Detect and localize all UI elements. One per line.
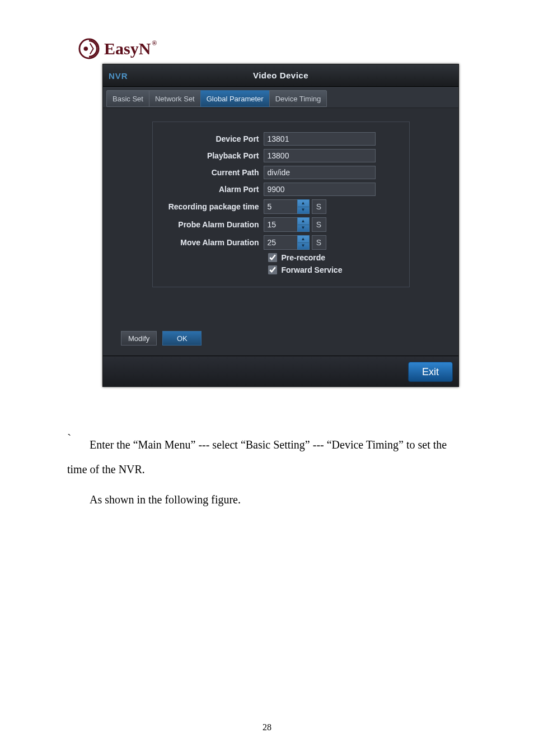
ok-button[interactable]: OK	[162, 331, 202, 346]
unit-move-alarm-duration: S	[312, 235, 326, 250]
registered-mark: ®	[152, 39, 157, 47]
page-number: 28	[0, 722, 534, 732]
tab-device-timing[interactable]: Device Timing	[269, 90, 327, 107]
input-current-path[interactable]	[264, 166, 376, 179]
tab-bar: Basic Set Network Set Global Parameter D…	[103, 87, 458, 108]
document-body: Enter the “Main Menu” --- select “Basic …	[67, 432, 467, 517]
label-alarm-port: Alarm Port	[163, 185, 264, 194]
input-device-port[interactable]	[264, 132, 376, 146]
label-pre-recorde: Pre-recorde	[282, 253, 326, 262]
logo-text: EasyN®	[104, 39, 157, 58]
label-forward-service: Forward Service	[282, 265, 343, 274]
input-move-alarm-duration[interactable]	[264, 235, 297, 250]
tab-network-set[interactable]: Network Set	[149, 90, 201, 107]
label-recording-package-time: Recording package time	[163, 202, 264, 211]
spinner-probe-alarm-duration[interactable]: ▲ ▼	[297, 217, 310, 232]
label-playback-port: Playback Port	[163, 151, 264, 160]
checkbox-forward-service[interactable]	[268, 265, 277, 274]
tab-panel: Device Port Playback Port Current Path A…	[103, 108, 458, 356]
input-probe-alarm-duration[interactable]	[264, 217, 297, 232]
label-current-path: Current Path	[163, 168, 264, 177]
spinner-recording-package-time[interactable]: ▲ ▼	[297, 199, 310, 214]
spinner-move-alarm-duration[interactable]: ▲ ▼	[297, 235, 310, 250]
unit-recording-package-time: S	[312, 199, 326, 214]
window-footer: Exit	[103, 356, 458, 387]
input-recording-package-time[interactable]	[264, 199, 297, 214]
window-titlebar: NVR Video Device	[103, 64, 458, 87]
form-panel: Device Port Playback Port Current Path A…	[152, 122, 410, 287]
chevron-down-icon[interactable]: ▼	[298, 243, 309, 250]
label-probe-alarm-duration: Probe Alarm Duration	[163, 220, 264, 229]
input-alarm-port[interactable]	[264, 183, 376, 196]
logo-icon	[78, 38, 100, 59]
tab-basic-set[interactable]: Basic Set	[106, 90, 149, 107]
svg-point-1	[84, 46, 88, 51]
exit-button[interactable]: Exit	[408, 362, 453, 382]
unit-probe-alarm-duration: S	[312, 217, 326, 232]
logo: EasyN®	[78, 38, 157, 59]
chevron-up-icon[interactable]: ▲	[298, 236, 309, 243]
chevron-up-icon[interactable]: ▲	[298, 218, 309, 225]
label-device-port: Device Port	[163, 134, 264, 143]
tab-global-parameter[interactable]: Global Parameter	[200, 90, 270, 107]
window-title: Video Device	[103, 71, 458, 80]
chevron-down-icon[interactable]: ▼	[298, 207, 309, 214]
input-playback-port[interactable]	[264, 149, 376, 162]
chevron-up-icon[interactable]: ▲	[298, 200, 309, 207]
titlebar-left-label: NVR	[109, 64, 128, 87]
video-device-window: NVR Video Device Basic Set Network Set G…	[102, 64, 459, 387]
svg-point-0	[79, 39, 99, 58]
paragraph-1: Enter the “Main Menu” --- select “Basic …	[67, 432, 467, 482]
chevron-down-icon[interactable]: ▼	[298, 225, 309, 232]
paragraph-2: As shown in the following figure.	[67, 487, 467, 512]
checkbox-pre-recorde[interactable]	[268, 253, 277, 262]
action-row: Modify OK	[121, 331, 202, 346]
label-move-alarm-duration: Move Alarm Duration	[163, 238, 264, 247]
modify-button[interactable]: Modify	[121, 331, 157, 346]
